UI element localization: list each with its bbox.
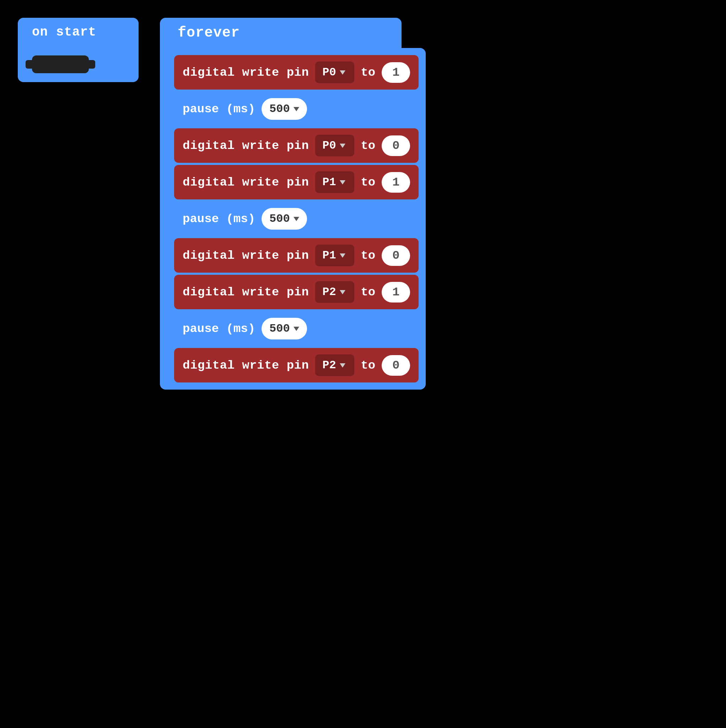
pause-arrow-icon-4 [293,217,299,221]
digital-write-label-8: digital write pin [183,359,309,372]
pause-arrow-icon-7 [293,327,299,331]
digital-write-label-2: digital write pin [183,139,309,153]
block-pause-4: pause (ms) 500 [174,202,419,236]
pause-value-1: 500 [269,102,290,116]
block-digital-write-p0-0: digital write pin P0 to 0 [174,128,419,163]
value-text-6: 1 [392,286,399,299]
value-text-0: 1 [392,66,399,79]
pause-arrow-icon-1 [293,107,299,111]
to-label-6: to [361,286,375,299]
pin-dropdown-p1-0[interactable]: P1 [315,245,354,266]
value-oval-8[interactable]: 0 [382,355,410,376]
value-text-8: 0 [392,359,399,372]
value-oval-2[interactable]: 0 [382,135,410,156]
dropdown-arrow-icon-6 [340,290,345,294]
on-start-label: on start [32,25,96,40]
pin-dropdown-p1-1[interactable]: P1 [315,171,354,193]
pause-label-4: pause (ms) [183,212,255,226]
digital-write-label-6: digital write pin [183,286,309,299]
digital-write-label-3: digital write pin [183,176,309,189]
forever-body: digital write pin P0 to 1 pause (ms) 500 [160,48,426,390]
value-oval-6[interactable]: 1 [382,282,410,303]
dropdown-arrow-icon-8 [340,363,345,367]
dropdown-arrow-icon-2 [340,144,345,148]
block-digital-write-p1-0: digital write pin P1 to 0 [174,238,419,273]
dropdown-arrow-icon-5 [340,254,345,258]
pause-label-7: pause (ms) [183,322,255,336]
block-digital-write-p2-0: digital write pin P2 to 0 [174,348,419,382]
pause-dropdown-4[interactable]: 500 [261,208,307,229]
value-oval-0[interactable]: 1 [382,62,410,83]
pin-value-2: P0 [322,139,336,152]
block-digital-write-p0-1: digital write pin P0 to 1 [174,55,419,90]
pin-dropdown-p2-1[interactable]: P2 [315,281,354,303]
pin-value-5: P1 [322,249,336,262]
pin-dropdown-p0-0[interactable]: P0 [315,135,354,156]
pin-dropdown-p0-1[interactable]: P0 [315,61,354,83]
digital-write-label-0: digital write pin [183,66,309,79]
pin-value-0: P0 [322,66,336,79]
pause-value-7: 500 [269,322,290,335]
workspace: on start forever digital write pin P0 to… [7,7,719,400]
to-label-2: to [361,139,375,153]
to-label-5: to [361,249,375,262]
pause-dropdown-7[interactable]: 500 [261,318,307,340]
value-text-2: 0 [392,139,399,153]
pause-label-1: pause (ms) [183,102,255,116]
pause-dropdown-1[interactable]: 500 [261,98,307,120]
on-start-slot [32,55,89,73]
dropdown-arrow-icon-3 [340,180,345,185]
block-digital-write-p2-1: digital write pin P2 to 1 [174,275,419,309]
value-oval-3[interactable]: 1 [382,172,410,193]
pause-value-4: 500 [269,212,290,225]
on-start-block: on start [18,18,139,390]
block-digital-write-p1-1: digital write pin P1 to 1 [174,165,419,199]
digital-write-label-5: digital write pin [183,249,309,262]
pin-value-3: P1 [322,176,336,189]
value-text-5: 0 [392,249,399,262]
dropdown-arrow-icon-0 [340,70,345,75]
value-text-3: 1 [392,176,399,189]
pin-dropdown-p2-0[interactable]: P2 [315,355,354,376]
to-label-0: to [361,66,375,79]
forever-header[interactable]: forever [160,18,402,48]
pin-value-8: P2 [322,359,336,372]
pin-value-6: P2 [322,286,336,298]
on-start-body [18,47,139,82]
to-label-8: to [361,359,375,372]
forever-label: forever [178,25,240,41]
to-label-3: to [361,176,375,189]
forever-block: forever digital write pin P0 to 1 pause … [160,18,426,390]
on-start-header[interactable]: on start [18,18,139,47]
value-oval-5[interactable]: 0 [382,245,410,266]
block-pause-7: pause (ms) 500 [174,311,419,346]
block-pause-1: pause (ms) 500 [174,92,419,126]
